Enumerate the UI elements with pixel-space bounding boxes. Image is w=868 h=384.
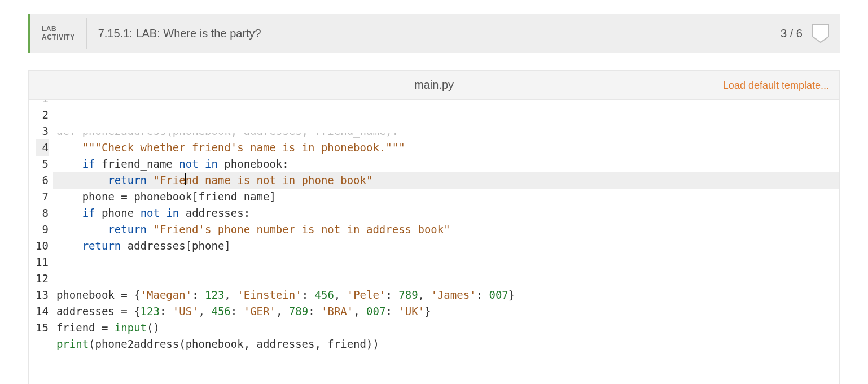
line-number: 5 xyxy=(36,156,49,172)
line-number: 7 xyxy=(36,189,49,205)
score-shield-icon xyxy=(812,23,830,43)
code-line[interactable] xyxy=(53,352,839,369)
line-number: 12 xyxy=(36,270,49,287)
lab-card: LAB ACTIVITY 7.15.1: LAB: Where is the p… xyxy=(28,14,840,384)
line-number: 8 xyxy=(36,205,49,221)
lab-badge-line1: LAB xyxy=(42,25,75,33)
line-gutter: 123456789101112131415 xyxy=(29,100,53,384)
code-line[interactable]: if phone not in addresses: xyxy=(53,205,839,221)
code-line[interactable]: return "Friend's phone number is not in … xyxy=(53,221,839,238)
lab-score: 3 / 6 xyxy=(781,27,812,40)
line-number: 4 xyxy=(36,139,49,156)
line-number: 1 xyxy=(36,100,49,107)
line-number: 13 xyxy=(36,287,49,303)
code-line[interactable]: addresses = {123: 'US', 456: 'GER', 789:… xyxy=(53,303,839,320)
code-area[interactable]: 123456789101112131415 def phone2address(… xyxy=(29,100,839,384)
line-number: 11 xyxy=(36,254,49,270)
editor-tabbar: main.py Load default template... xyxy=(29,71,839,100)
code-content[interactable]: def phone2address(phonebook, addresses, … xyxy=(53,100,839,384)
page-meta-text xyxy=(28,0,840,14)
line-number: 14 xyxy=(36,303,49,320)
line-number: 3 xyxy=(36,123,49,139)
code-line[interactable]: phonebook = {'Maegan': 123, 'Einstein': … xyxy=(53,287,839,303)
line-number: 9 xyxy=(36,221,49,238)
code-line[interactable]: if friend_name not in phonebook: xyxy=(53,156,839,172)
code-line[interactable]: return addresses[phone] xyxy=(53,238,839,254)
code-line[interactable]: print(phone2address(phonebook, addresses… xyxy=(53,336,839,352)
lab-header: LAB ACTIVITY 7.15.1: LAB: Where is the p… xyxy=(28,14,840,53)
line-number: 10 xyxy=(36,238,49,254)
line-number: 15 xyxy=(36,320,49,336)
load-default-template-link[interactable]: Load default template... xyxy=(723,79,829,91)
lab-badge-line2: ACTIVITY xyxy=(42,33,75,42)
code-line[interactable]: phone = phonebook[friend_name] xyxy=(53,189,839,205)
code-line[interactable]: """Check whether friend's name is in pho… xyxy=(53,139,839,156)
line-number: 2 xyxy=(36,107,49,123)
line-number: 6 xyxy=(36,172,49,189)
code-editor: main.py Load default template... 1234567… xyxy=(28,70,840,384)
code-line[interactable]: friend = input() xyxy=(53,320,839,336)
code-line[interactable]: def phone2address(phonebook, addresses, … xyxy=(53,133,839,139)
lab-title: 7.15.1: LAB: Where is the party? xyxy=(87,18,781,49)
lab-activity-badge: LAB ACTIVITY xyxy=(30,18,87,49)
code-line[interactable] xyxy=(53,270,839,287)
code-line[interactable]: return "Friend name is not in phone book… xyxy=(53,172,839,189)
file-name-tab[interactable]: main.py xyxy=(414,78,454,91)
code-line[interactable] xyxy=(53,254,839,270)
